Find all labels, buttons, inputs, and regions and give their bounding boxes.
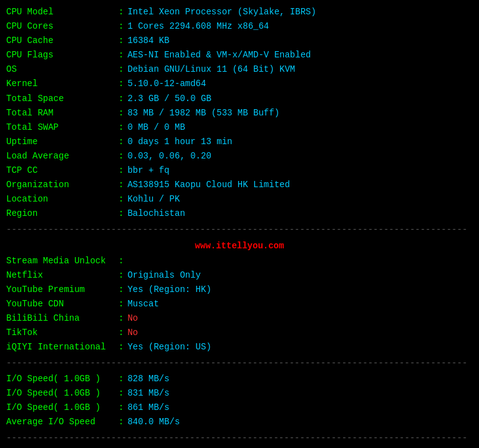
- io-section: I/O Speed( 1.0GB ) : 828 MB/s I/O Speed(…: [6, 372, 473, 429]
- bilibili-label: BiliBili China: [6, 311, 119, 326]
- location-label: Location: [6, 192, 119, 207]
- cpu-cores-row: CPU Cores : 1 Cores 2294.608 MHz x86_64: [6, 19, 473, 34]
- io2-row: I/O Speed( 1.0GB ) : 831 MB/s: [6, 386, 473, 401]
- iqiyi-row: iQIYI International : Yes (Region: US): [6, 340, 473, 354]
- uptime-value: 0 days 1 hour 13 min: [127, 135, 232, 149]
- location-value: Kohlu / PK: [127, 192, 180, 207]
- io3-label: I/O Speed( 1.0GB ): [6, 401, 119, 415]
- cpu-cache-row: CPU Cache : 16384 KB: [6, 34, 473, 48]
- netflix-row: Netflix : Originals Only: [6, 268, 473, 283]
- youtube-cdn-value: Muscat: [127, 297, 158, 311]
- region-label: Region: [6, 207, 119, 221]
- iqiyi-value: Yes (Region: US): [127, 340, 211, 354]
- io2-value: 831 MB/s: [127, 386, 169, 401]
- io1-row: I/O Speed( 1.0GB ) : 828 MB/s: [6, 372, 473, 386]
- cpu-model-label: CPU Model: [6, 5, 119, 19]
- avg-io-label: Average I/O Speed: [6, 415, 119, 429]
- kernel-value: 5.10.0-12-amd64: [127, 77, 206, 91]
- bilibili-value: No: [127, 311, 138, 326]
- youtube-premium-value: Yes (Region: HK): [127, 283, 211, 297]
- tiktok-label: TikTok: [6, 326, 119, 340]
- cpu-cache-label: CPU Cache: [6, 34, 119, 48]
- cpu-flags-value: AES-NI Enabled & VM-x/AMD-V Enabled: [127, 48, 311, 62]
- netflix-label: Netflix: [6, 268, 119, 283]
- cpu-model-value: Intel Xeon Processor (Skylake, IBRS): [127, 5, 316, 19]
- tcp-cc-value: bbr + fq: [127, 163, 169, 178]
- load-avg-value: 0.03, 0.06, 0.20: [127, 149, 211, 163]
- youtube-premium-label: YouTube Premium: [6, 283, 119, 297]
- region-value: Balochistan: [127, 207, 185, 221]
- system-section: CPU Model : Intel Xeon Processor (Skylak…: [6, 5, 473, 221]
- total-ram-value: 83 MB / 1982 MB (533 MB Buff): [127, 106, 279, 120]
- iqiyi-label: iQIYI International: [6, 340, 119, 354]
- total-space-value: 2.3 GB / 50.0 GB: [127, 92, 211, 106]
- tiktok-row: TikTok : No: [6, 326, 473, 340]
- load-avg-label: Load Average: [6, 149, 119, 163]
- avg-io-value: 840.0 MB/s: [127, 415, 180, 429]
- avg-io-row: Average I/O Speed : 840.0 MB/s: [6, 415, 473, 429]
- total-space-label: Total Space: [6, 92, 119, 106]
- youtube-premium-row: YouTube Premium : Yes (Region: HK): [6, 283, 473, 297]
- youtube-cdn-row: YouTube CDN : Muscat: [6, 297, 473, 311]
- stream-media-row: Stream Media Unlock :: [6, 254, 473, 268]
- divider-1: ----------------------------------------…: [6, 222, 473, 238]
- region-row: Region : Balochistan: [6, 207, 473, 221]
- os-row: OS : Debian GNU/Linux 11 (64 Bit) KVM: [6, 62, 473, 77]
- tcp-cc-row: TCP CC : bbr + fq: [6, 163, 473, 178]
- cpu-flags-row: CPU Flags : AES-NI Enabled & VM-x/AMD-V …: [6, 48, 473, 62]
- org-value: AS138915 Kaopu Cloud HK Limited: [127, 178, 289, 192]
- divider-3: ----------------------------------------…: [6, 431, 473, 446]
- bilibili-row: BiliBili China : No: [6, 311, 473, 326]
- uptime-label: Uptime: [6, 135, 119, 149]
- watermark: www.ittellyou.com: [6, 238, 473, 254]
- stream-media-label: Stream Media Unlock: [6, 254, 119, 268]
- uptime-row: Uptime : 0 days 1 hour 13 min: [6, 135, 473, 149]
- io3-row: I/O Speed( 1.0GB ) : 861 MB/s: [6, 401, 473, 415]
- io3-value: 861 MB/s: [127, 401, 169, 415]
- netflix-value: Originals Only: [127, 268, 201, 283]
- tcp-cc-label: TCP CC: [6, 163, 119, 178]
- total-ram-label: Total RAM: [6, 106, 119, 120]
- cpu-flags-label: CPU Flags: [6, 48, 119, 62]
- total-ram-row: Total RAM : 83 MB / 1982 MB (533 MB Buff…: [6, 106, 473, 120]
- load-avg-row: Load Average : 0.03, 0.06, 0.20: [6, 149, 473, 163]
- os-label: OS: [6, 62, 119, 77]
- org-row: Organization : AS138915 Kaopu Cloud HK L…: [6, 178, 473, 192]
- io1-label: I/O Speed( 1.0GB ): [6, 372, 119, 386]
- tiktok-value: No: [127, 326, 138, 340]
- cpu-model-row: CPU Model : Intel Xeon Processor (Skylak…: [6, 5, 473, 19]
- stream-section: Stream Media Unlock : Netflix : Original…: [6, 254, 473, 355]
- youtube-cdn-label: YouTube CDN: [6, 297, 119, 311]
- cpu-cores-value: 1 Cores 2294.608 MHz x86_64: [127, 19, 269, 34]
- divider-2: ----------------------------------------…: [6, 356, 473, 371]
- total-space-row: Total Space : 2.3 GB / 50.0 GB: [6, 92, 473, 106]
- org-label: Organization: [6, 178, 119, 192]
- total-swap-label: Total SWAP: [6, 120, 119, 135]
- io1-value: 828 MB/s: [127, 372, 169, 386]
- total-swap-row: Total SWAP : 0 MB / 0 MB: [6, 120, 473, 135]
- io2-label: I/O Speed( 1.0GB ): [6, 386, 119, 401]
- kernel-label: Kernel: [6, 77, 119, 91]
- os-value: Debian GNU/Linux 11 (64 Bit) KVM: [127, 62, 295, 77]
- location-row: Location : Kohlu / PK: [6, 192, 473, 207]
- cpu-cache-value: 16384 KB: [127, 34, 169, 48]
- kernel-row: Kernel : 5.10.0-12-amd64: [6, 77, 473, 91]
- cpu-cores-label: CPU Cores: [6, 19, 119, 34]
- total-swap-value: 0 MB / 0 MB: [127, 120, 185, 135]
